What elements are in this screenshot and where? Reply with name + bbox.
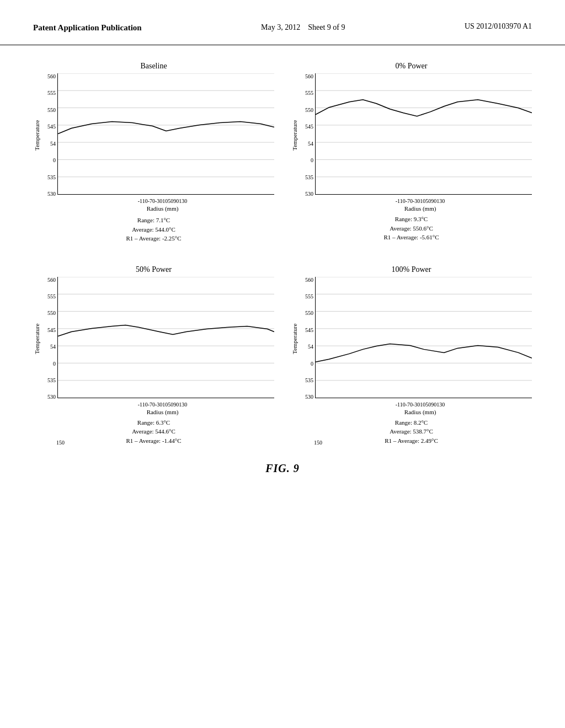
chart-baseline-x-ticks: -110 -70 -30 10 50 90 130 xyxy=(138,197,188,204)
chart-baseline-area: Temperature 560 555 550 545 54 0 535 530 xyxy=(33,73,274,197)
header-date-sheet: May 3, 2012 Sheet 9 of 9 xyxy=(261,22,345,33)
chart-baseline-x-area: -110 -70 -30 10 50 90 130 Radius (mm) xyxy=(138,197,188,212)
x-start-labels-row1: 150 150 xyxy=(33,440,532,446)
chart-power50-area: Temperature 560 555 550 545 54 0 535 530 xyxy=(33,277,274,400)
chart-baseline: Baseline Temperature 560 555 550 545 54 … xyxy=(33,62,274,243)
chart-baseline-x-label: Radius (mm) xyxy=(138,205,188,212)
chart-power50-svg xyxy=(57,277,274,400)
chart-power100-x-label: Radius (mm) xyxy=(396,409,445,415)
chart-power100-inner: 560 555 550 545 54 0 535 530 xyxy=(300,277,532,400)
chart-power0-title: 0% Power xyxy=(396,62,428,71)
chart-baseline-caption: Range: 7.1°C Average: 544.0°C R1 – Avera… xyxy=(126,216,181,243)
header-patent-number: US 2012/0103970 A1 xyxy=(465,22,532,31)
chart-power100-x-ticks: -110 -70 -30 10 50 90 130 xyxy=(396,400,445,408)
header-date: May 3, 2012 xyxy=(261,23,300,31)
chart-power0-caption: Range: 9.3°C Average: 550.6°C R1 – Avera… xyxy=(383,215,439,242)
chart-power50-y-label: Temperature xyxy=(33,277,41,400)
chart-power0-x-start-label: 150 xyxy=(291,440,532,446)
chart-power100: 100% Power Temperature 560 555 550 545 5… xyxy=(291,265,532,446)
header-publication-title: Patent Application Publication xyxy=(33,22,142,34)
chart-baseline-x-start-label: 150 xyxy=(33,440,274,446)
charts-grid: Baseline Temperature 560 555 550 545 54 … xyxy=(33,62,532,445)
chart-baseline-inner: 560 555 550 545 54 0 535 530 xyxy=(42,73,274,197)
chart-power100-area: Temperature 560 555 550 545 54 0 535 530 xyxy=(291,277,532,400)
page-header: Patent Application Publication May 3, 20… xyxy=(0,0,565,45)
chart-baseline-y-ticks: 560 555 550 545 54 0 535 530 xyxy=(42,73,57,197)
chart-power0-svg xyxy=(315,73,532,197)
chart-power0-x-label: Radius (mm) xyxy=(396,205,445,212)
chart-power0-y-ticks: 560 555 550 545 54 0 535 530 xyxy=(300,73,315,197)
chart-power0: 0% Power Temperature 560 555 550 545 54 … xyxy=(291,62,532,243)
chart-power50-x-label: Radius (mm) xyxy=(138,409,188,415)
chart-power0-inner: 560 555 550 545 54 0 535 530 xyxy=(300,73,532,197)
chart-power50-x-area: -110 -70 -30 10 50 90 130 Radius (mm) xyxy=(138,400,188,415)
chart-power50-x-ticks: -110 -70 -30 10 50 90 130 xyxy=(138,400,188,408)
chart-baseline-y-label: Temperature xyxy=(33,73,41,197)
chart-power0-area: Temperature 560 555 550 545 54 0 535 530 xyxy=(291,73,532,197)
chart-power100-svg xyxy=(315,277,532,400)
chart-power100-x-area: -110 -70 -30 10 50 90 130 Radius (mm) xyxy=(396,400,445,415)
chart-power50-title: 50% Power xyxy=(136,265,172,274)
figure-label: FIG. 9 xyxy=(33,462,532,475)
chart-power0-x-area: -110 -70 -30 10 50 90 130 Radius (mm) xyxy=(396,197,445,212)
chart-power50-inner: 560 555 550 545 54 0 535 530 xyxy=(42,277,274,400)
chart-power100-y-label: Temperature xyxy=(291,277,299,400)
chart-power50-y-ticks: 560 555 550 545 54 0 535 530 xyxy=(42,277,57,400)
chart-baseline-title: Baseline xyxy=(140,62,167,71)
main-content: Baseline Temperature 560 555 550 545 54 … xyxy=(0,45,565,491)
chart-baseline-svg xyxy=(57,73,274,197)
chart-power100-title: 100% Power xyxy=(392,265,431,274)
header-sheet: Sheet 9 of 9 xyxy=(308,23,345,31)
chart-power0-x-ticks: -110 -70 -30 10 50 90 130 xyxy=(396,197,445,204)
chart-power50: 50% Power Temperature 560 555 550 545 54… xyxy=(33,265,274,446)
chart-power100-y-ticks: 560 555 550 545 54 0 535 530 xyxy=(300,277,315,400)
chart-power0-y-label: Temperature xyxy=(291,73,299,197)
